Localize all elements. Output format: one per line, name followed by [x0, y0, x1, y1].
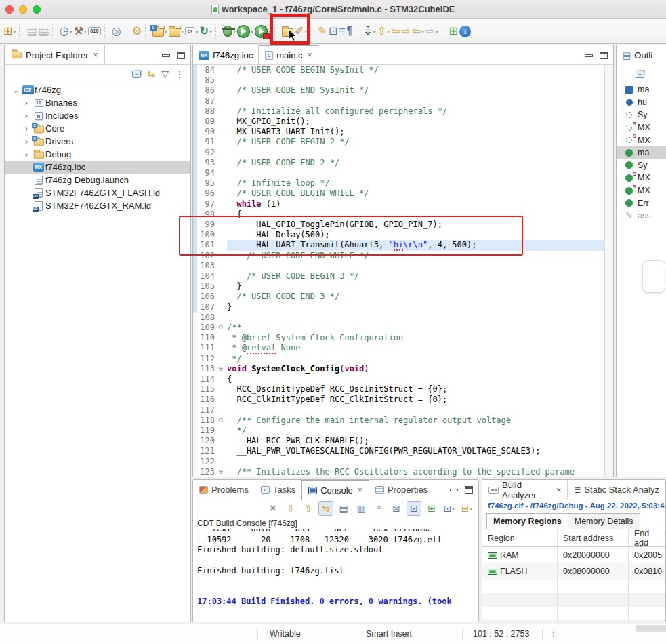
memory-region-row-flash[interactable]: FLASH0x080000000x0810: [482, 563, 665, 580]
expander-icon[interactable]: ›: [21, 150, 32, 159]
show-whitespace-button[interactable]: ¶: [346, 22, 354, 40]
tree-item-includes[interactable]: ›hIncludes: [5, 109, 190, 122]
save-button[interactable]: ▤: [26, 22, 37, 40]
inspect-button[interactable]: ◎: [111, 22, 122, 40]
code-line-91[interactable]: 91 /* USER CODE BEGIN 2 */: [193, 137, 613, 147]
expander-icon[interactable]: ⌄: [10, 85, 21, 95]
tree-item-f746zg-ioc[interactable]: MXf746zg.ioc: [5, 161, 190, 174]
outline-item-err[interactable]: Err: [617, 197, 666, 209]
fold-collapse-icon[interactable]: ⊖: [216, 364, 226, 373]
tree-item-f746zg-debug-launch[interactable]: f746zg Debug.launch: [5, 174, 190, 186]
subtab-memory-details[interactable]: Memory Details: [568, 513, 640, 529]
close-icon[interactable]: ×: [358, 485, 362, 495]
build-hammer-button[interactable]: ⚒▾: [73, 22, 87, 40]
clear-console-button[interactable]: ⊠: [389, 501, 404, 516]
fold-collapse-icon[interactable]: ⊖: [216, 467, 226, 476]
code-line-86[interactable]: 86 /* USER CODE END SysInit */: [193, 85, 613, 96]
col-region[interactable]: Region: [482, 534, 557, 543]
code-line-104[interactable]: 104 /* USER CODE BEGIN 3 */: [193, 271, 613, 281]
code-line-95[interactable]: 95 /* Infinite loop */: [193, 178, 613, 188]
tab-problems[interactable]: Problems: [193, 480, 255, 500]
show-on-output-button[interactable]: ⊡: [407, 501, 421, 516]
expander-icon[interactable]: ›: [21, 98, 32, 108]
new-c-project-button[interactable]: C+▾: [152, 22, 168, 40]
show-view-list-button[interactable]: ≡: [338, 22, 346, 40]
next-match-button[interactable]: ⇩: [283, 501, 298, 516]
debug-button[interactable]: ▾: [222, 22, 236, 40]
save-all-button[interactable]: ▤: [38, 22, 49, 40]
word-wrap-button[interactable]: ≡: [371, 501, 386, 516]
console-output[interactable]: text data bss dec hex filename 10592 20 …: [193, 529, 478, 607]
pin-console-button[interactable]: ⊞: [424, 501, 439, 516]
tab-main-c[interactable]: cmain.c×: [259, 45, 318, 64]
col-end-address[interactable]: End add: [628, 529, 665, 546]
binary-file-button[interactable]: 010: [87, 22, 102, 40]
resize-grip[interactable]: [636, 625, 666, 632]
code-line-116[interactable]: 116 RCC_ClkInitTypeDef RCC_ClkInitStruct…: [193, 395, 613, 405]
outline-item-mx[interactable]: SMX: [617, 134, 666, 146]
scrollbar-thumb[interactable]: [642, 260, 665, 293]
next-annotation-button[interactable]: ⇩▾: [362, 22, 376, 40]
new-c-file-button[interactable]: c+▾: [184, 22, 199, 40]
code-line-84[interactable]: 84 /* USER CODE BEGIN SysInit */: [193, 65, 613, 75]
display-console-button[interactable]: ⊡▾: [442, 501, 457, 516]
link-console-button[interactable]: ⇆: [318, 501, 333, 516]
code-line-103[interactable]: 103: [193, 261, 613, 271]
generate-code-button[interactable]: ↻▾: [199, 22, 212, 40]
tab-tasks[interactable]: ✓Tasks: [255, 480, 301, 500]
close-icon[interactable]: ×: [308, 50, 312, 60]
tab-console[interactable]: Console×: [301, 480, 369, 500]
minimize-panel-button[interactable]: [450, 489, 458, 491]
code-line-109[interactable]: 109⊖/**: [193, 323, 613, 333]
code-line-93[interactable]: 93 /* USER CODE END 2 */: [193, 158, 613, 168]
profile-button[interactable]: ◷▾: [59, 22, 73, 40]
programmer-plug-button[interactable]: ⚙: [131, 22, 142, 40]
code-line-110[interactable]: 110 * @brief System Clock Configuration: [193, 333, 613, 343]
code-line-85[interactable]: 85: [193, 75, 613, 85]
code-line-117[interactable]: 117: [193, 405, 613, 416]
code-line-112[interactable]: 112 */: [193, 354, 613, 364]
subtab-memory-regions[interactable]: Memory Regions: [486, 513, 568, 529]
view-menu-icon[interactable]: ⋮: [175, 69, 184, 79]
code-line-123[interactable]: 123⊖ /** Initializes the RCC Oscillators…: [193, 467, 613, 477]
tab-static-stack-analyzer[interactable]: ≣ Static Stack Analyz: [568, 480, 665, 500]
forward-history-button[interactable]: ⇨▾: [425, 22, 438, 40]
save-output-button[interactable]: ▤: [336, 501, 351, 516]
code-line-88[interactable]: 88 /* Initialize all configured peripher…: [193, 106, 613, 117]
code-line-106[interactable]: 106 /* USER CODE END 3 */: [193, 291, 613, 302]
close-icon[interactable]: ×: [556, 485, 561, 495]
code-line-121[interactable]: 121 __HAL_PWR_VOLTAGESCALING_CONFIG(PWR_…: [193, 446, 613, 456]
import-project-button[interactable]: +▾: [168, 22, 184, 40]
scroll-lock-button[interactable]: ▥: [354, 501, 369, 516]
close-icon[interactable]: ×: [93, 50, 98, 60]
dropdown-caret-icon[interactable]: ▾: [421, 28, 424, 35]
dropdown-caret-icon[interactable]: ▾: [452, 506, 455, 512]
outline-item-ma[interactable]: ma: [617, 83, 666, 96]
minimize-panel-button[interactable]: [585, 54, 593, 57]
tree-item-stm32f746zgtx-ram-ld[interactable]: LDSTM32F746ZGTX_RAM.ld: [5, 199, 190, 212]
tree-item-binaries[interactable]: ›10Binaries: [5, 96, 190, 109]
analyzer-elf-link[interactable]: f746zg.elf - /f746zg/Debug - Aug 22, 202…: [482, 500, 665, 511]
tab-outline[interactable]: ▤ Outli: [617, 45, 659, 65]
outline-item-mx[interactable]: SMX: [617, 184, 666, 197]
last-edit-back-button[interactable]: ⇦: [390, 22, 400, 40]
back-history-button[interactable]: ⇦▾: [411, 22, 425, 40]
code-line-119[interactable]: 119 */: [193, 426, 613, 436]
dropdown-caret-icon[interactable]: ▾: [84, 28, 87, 35]
prev-match-button[interactable]: ⇧: [301, 501, 316, 516]
code-line-89[interactable]: 89 MX_GPIO_Init();: [193, 117, 613, 127]
code-line-107[interactable]: 107}: [193, 302, 613, 313]
maximize-panel-button[interactable]: [177, 52, 185, 59]
tab-build-analyzer[interactable]: 010 Build Analyzer ×: [482, 480, 568, 500]
tree-item-stm32f746zgtx-flash-ld[interactable]: LDSTM32F746ZGTX_FLASH.ld: [5, 186, 190, 199]
tree-item-drivers[interactable]: ›CDrivers: [5, 135, 190, 148]
dropdown-caret-icon[interactable]: ▾: [470, 506, 472, 512]
info-button[interactable]: i: [459, 22, 472, 40]
tree-item-f746zg[interactable]: ⌄IDEf746zg: [5, 83, 190, 96]
outline-item-mx[interactable]: SMX: [617, 172, 666, 184]
expander-icon[interactable]: ›: [21, 124, 32, 134]
outline-item-hu[interactable]: hu: [617, 96, 666, 109]
code-line-108[interactable]: 108: [193, 313, 613, 323]
col-start-address[interactable]: Start address: [557, 529, 628, 546]
collapse-all-icon[interactable]: −: [132, 71, 141, 78]
